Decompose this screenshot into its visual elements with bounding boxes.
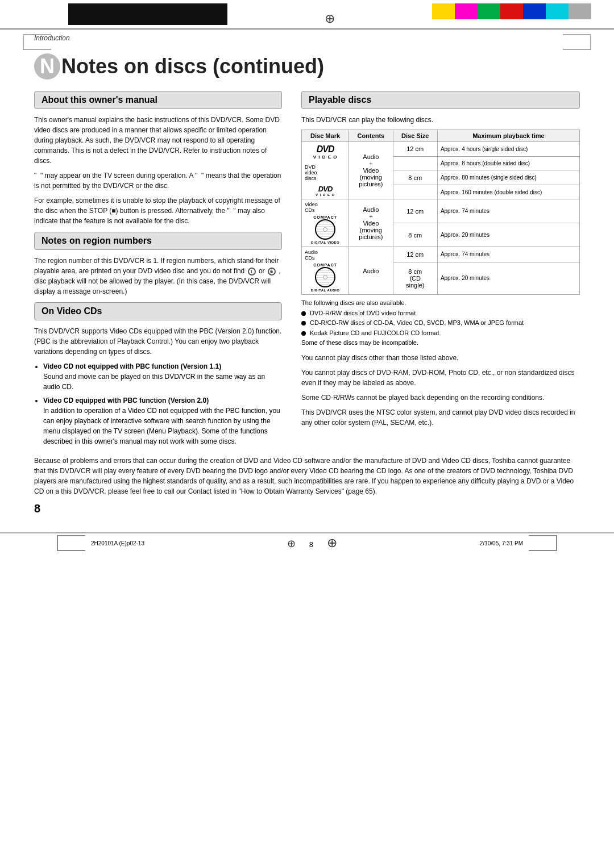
videocd-bullet-1: Video CD not equipped with PBC function … xyxy=(43,361,282,392)
bullet-icon-3 xyxy=(301,331,306,336)
dvd-time-12-1: Approx. 4 hours (single sided disc) xyxy=(437,142,579,157)
dvd-disc-mark: DVD V I D E O DVDvideodiscs DVD V I D E … xyxy=(302,142,349,199)
region-icon-all: ⊕ xyxy=(268,268,276,276)
vcd-size-8: 8 cm xyxy=(393,223,437,247)
header: ⊕ xyxy=(0,0,614,30)
dvd-contents: Audio+Video(movingpictures) xyxy=(349,142,393,199)
acd-contents: Audio xyxy=(349,247,393,295)
right-column: Playable discs This DVD/VCR can play the… xyxy=(296,85,580,451)
about-para-2: " " may appear on the TV screen during o… xyxy=(34,170,282,191)
vcd-size-12: 12 cm xyxy=(393,199,437,223)
acd-size-8: 8 cm(CDsingle) xyxy=(393,262,437,294)
top-bracket-left xyxy=(23,34,51,50)
digital-text-acd: DIGITAL AUDIO xyxy=(305,289,346,292)
color-block-gray xyxy=(569,3,591,19)
table-row-acd-1: AudioCDs COMPACT DIGITAL AUDIO Audio 12 … xyxy=(302,247,580,262)
compact-text-acd: COMPACT xyxy=(305,263,346,267)
dvd-time-8-1: Approx. 80 minutes (single sided disc) xyxy=(437,170,579,185)
col-header-discmark: Disc Mark xyxy=(302,130,349,142)
right-note-3: Some CD-R/RWs cannot be played back depe… xyxy=(301,393,580,403)
compact-disc-acd-icon: COMPACT DIGITAL AUDIO xyxy=(305,263,346,292)
header-black-rect xyxy=(68,3,227,25)
footer-code-left: 2H20101A (E)p02-13 xyxy=(91,540,144,546)
main-content: About this owner's manual This owner's m… xyxy=(0,85,614,451)
dvd-video-2-label: V I D E O xyxy=(305,193,346,197)
bullet-icon-1 xyxy=(301,311,306,316)
section-region-header: Notes on region numbers xyxy=(34,232,282,250)
footer-crosshair-right-icon: ⊕ xyxy=(327,536,337,550)
available-item-1: DVD-R/RW discs of DVD video format xyxy=(301,308,580,319)
videocd-bullet-list: Video CD not equipped with PBC function … xyxy=(43,361,282,446)
breadcrumb: Introduction xyxy=(0,30,614,44)
left-column: About this owner's manual This owner's m… xyxy=(34,85,296,451)
disc-circle-acd xyxy=(315,267,335,287)
footer-crosshair-icon: ⊕ xyxy=(287,538,296,549)
region-para: The region number of this DVD/VCR is 1. … xyxy=(34,256,282,297)
about-para-1: This owner's manual explains the basic i… xyxy=(34,115,282,166)
right-note-4: This DVD/VCR uses the NTSC color system,… xyxy=(301,407,580,428)
footer-date: 2/10/05, 7:31 PM xyxy=(480,540,523,546)
acd-size-12: 12 cm xyxy=(393,247,437,262)
right-note-1: You cannot play discs other than those l… xyxy=(301,353,580,363)
available-note: Some of these discs may be incompatible. xyxy=(301,338,580,348)
crosshair-icon: ⊕ xyxy=(325,11,335,26)
playable-intro: This DVD/VCR can play the following disc… xyxy=(301,115,580,125)
footer-bar: 2H20101A (E)p02-13 ⊕ 8 ⊕ 2/10/05, 7:31 P… xyxy=(0,532,614,553)
videocd-bullet-2-header: Video CD equipped with PBC function (Ver… xyxy=(43,397,209,404)
col-header-contents: Contents xyxy=(349,130,393,142)
dvd-logo-icon: DVD xyxy=(305,144,346,155)
videocd-bullet-1-header: Video CD not equipped with PBC function … xyxy=(43,362,221,370)
table-row-dvd-1: DVD V I D E O DVDvideodiscs DVD V I D E … xyxy=(302,142,580,157)
color-block-yellow xyxy=(432,3,455,19)
dvd-size-12b xyxy=(393,156,437,170)
color-blocks xyxy=(432,3,591,28)
dvd-type-label: DVDvideodiscs xyxy=(305,164,346,181)
digital-text-vcd: DIGITAL VIDEO xyxy=(305,241,346,244)
footer-right-bracket xyxy=(529,535,557,551)
videocd-bullet-2-detail: In addition to operation of a Video CD n… xyxy=(43,407,280,445)
acd-time-12: Approx. 74 minutes xyxy=(437,247,579,262)
color-block-blue xyxy=(523,3,546,19)
top-bracket-right xyxy=(563,34,591,50)
col-header-size: Disc Size xyxy=(393,130,437,142)
disc-circle-vcd xyxy=(315,219,335,240)
dvd-time-12-2: Approx. 8 hours (double sided disc) xyxy=(437,156,579,170)
dvd-video-label: V I D E O xyxy=(305,155,346,160)
disc-center-vcd xyxy=(323,227,327,232)
region-icon-1: 1 xyxy=(248,268,256,276)
dvd-size-8b xyxy=(393,185,437,199)
available-item-3: Kodak Picture CD and FUJICOLOR CD format xyxy=(301,328,580,339)
color-block-cyan xyxy=(546,3,569,19)
vcd-time-8: Approx. 20 minutes xyxy=(437,223,579,247)
dvd-size-12: 12 cm xyxy=(393,142,437,157)
color-block-green xyxy=(478,3,500,19)
bottom-paragraph: Because of problems and errors that can … xyxy=(34,456,580,496)
table-row-vcd-1: VideoCDs COMPACT DIGITAL VIDEO Audio+Vid… xyxy=(302,199,580,223)
bullet-icon-2 xyxy=(301,321,306,326)
right-notes: You cannot play discs other than those l… xyxy=(301,353,580,428)
videocd-bullet-1-detail: Sound and movie can be played on this DV… xyxy=(43,373,265,391)
dvd-logo-2-icon: DVD xyxy=(305,185,346,193)
section-playable-header: Playable discs xyxy=(301,91,580,109)
compact-disc-vcd-icon: COMPACT DIGITAL VIDEO xyxy=(305,215,346,244)
videocd-bullet-2: Video CD equipped with PBC function (Ver… xyxy=(43,395,282,446)
footer-left-bracket xyxy=(57,535,85,551)
vcd-contents: Audio+Video(movingpictures) xyxy=(349,199,393,247)
color-block-magenta xyxy=(455,3,478,19)
disc-table: Disc Mark Contents Disc Size Maximum pla… xyxy=(301,130,580,295)
page-title-area: NNotes on discs (continued) xyxy=(0,44,614,85)
footer-center-page: 8 xyxy=(309,540,313,549)
right-note-2: You cannot play discs of DVD-RAM, DVD-RO… xyxy=(301,368,580,388)
available-intro: The following discs are also available. xyxy=(301,298,580,308)
available-item-2: CD-R/CD-RW discs of CD-DA, Video CD, SVC… xyxy=(301,318,580,328)
page-title-text: Notes on discs (continued) xyxy=(61,55,324,78)
dvd-size-8: 8 cm xyxy=(393,170,437,185)
vcd-time-12: Approx. 74 minutes xyxy=(437,199,579,223)
title-n-icon: N xyxy=(34,53,60,80)
about-para-3: For example, sometimes it is unable to s… xyxy=(34,195,282,226)
vcd-disc-mark: VideoCDs COMPACT DIGITAL VIDEO xyxy=(302,199,349,247)
section-about-header: About this owner's manual xyxy=(34,91,282,109)
acd-type-label: AudioCDs xyxy=(305,249,346,261)
section-videocds-header: On Video CDs xyxy=(34,302,282,320)
color-block-red xyxy=(500,3,523,19)
